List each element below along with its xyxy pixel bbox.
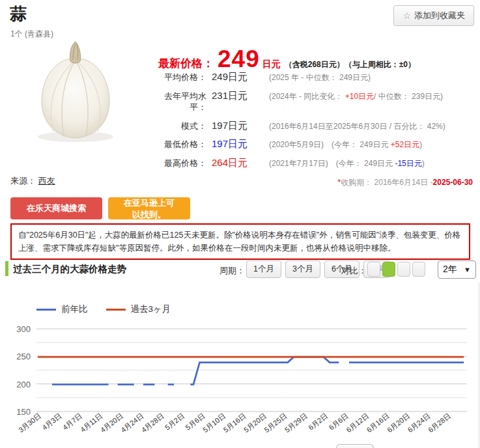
- price-chart: 1502002503003月30日4月3日4月7日4月11日4月20日4月24日…: [0, 319, 480, 448]
- legend-line-swatch: [106, 309, 126, 311]
- purchase-period-label: 收购期：: [341, 178, 372, 187]
- legend-label: 過去3ヶ月: [131, 303, 171, 315]
- rakuten-search-button[interactable]: 在乐天商城搜索: [10, 197, 102, 219]
- purchase-period-end: 2025-06-30: [433, 178, 473, 187]
- svg-text:300: 300: [16, 324, 31, 334]
- price-row-value: 249日元: [212, 70, 264, 83]
- svg-text:6月28日: 6月28日: [427, 412, 452, 434]
- amazon-find-button[interactable]: 在亚马逊上可以找到。: [108, 197, 190, 219]
- price-row-note: (2021年7月17日) (今年： 249日元 -15日元): [269, 159, 477, 169]
- legend-item: 過去3ヶ月: [106, 303, 171, 315]
- page-title: 蒜: [10, 3, 27, 25]
- svg-text:4月20日: 4月20日: [99, 412, 124, 434]
- price-row-label: 最低价格：: [158, 139, 206, 150]
- period-label: 周期：: [219, 265, 245, 277]
- latest-price-label: 最新价格：: [158, 56, 214, 71]
- range-select-value: 2年: [443, 264, 457, 275]
- price-row-note: (2016年6月14日至2025年6月30日 / 百分比： 42%): [269, 122, 477, 132]
- price-rows: 平均价格：249日元(2025 年 - 中位数： 249日元)去年平均水平：23…: [158, 70, 477, 169]
- star-outline-icon: ☆: [402, 10, 411, 21]
- svg-text:4月3日: 4月3日: [40, 412, 63, 432]
- add-to-favorites-button[interactable]: ☆ 添加到收藏夹: [393, 5, 474, 26]
- section-marker-bar: [5, 261, 8, 276]
- product-image-garlic: [18, 38, 132, 145]
- compare-boxes: [367, 262, 425, 277]
- svg-text:6月12日: 6月12日: [345, 412, 370, 434]
- svg-text:6月20日: 6月20日: [386, 412, 411, 434]
- source-row: 来源： 西友: [10, 175, 55, 187]
- svg-text:6月2日: 6月2日: [307, 412, 329, 432]
- compare-checkbox[interactable]: [412, 262, 425, 277]
- compare-checkbox[interactable]: [382, 262, 395, 277]
- price-row-label: 最高价格：: [158, 158, 206, 169]
- price-row-value: 197日元: [212, 137, 264, 150]
- price-row-label: 模式：: [158, 120, 206, 132]
- latest-price-tax-note: （含税268日元）: [285, 59, 345, 70]
- compare-checkbox[interactable]: [397, 262, 410, 277]
- svg-text:6月16日: 6月16日: [365, 412, 391, 434]
- latest-price-unit: 日元: [262, 59, 281, 70]
- legend-label: 前年比: [61, 303, 88, 315]
- range-select-dropdown[interactable]: 2年 ▼: [438, 260, 476, 279]
- add-to-favorites-label: 添加到收藏夹: [414, 10, 465, 21]
- price-row-value: 264日元: [212, 156, 264, 169]
- price-row-note: (2025 年 - 中位数： 249日元): [269, 73, 477, 83]
- price-row-note: (2024年 - 同比变化： +10日元/ 中位数： 239日元): [269, 92, 477, 102]
- compare-checkbox[interactable]: [367, 262, 380, 277]
- svg-text:200: 200: [16, 380, 31, 389]
- price-update-notice: 自"2025年6月30日"起，大蒜的最新价格已125天未更新。除"价格说明本身存…: [10, 223, 470, 260]
- purchase-period-range: 2016年6月14日 -: [374, 178, 433, 187]
- svg-text:5月16日: 5月16日: [222, 412, 247, 434]
- svg-text:5月20日: 5月20日: [242, 412, 268, 434]
- latest-price-row: 最新价格： 249 日元 （含税268日元） （与上周相比：±0）: [158, 46, 416, 73]
- chart-section-title: 过去三个月的大蒜价格走势: [13, 263, 126, 275]
- source-label: 来源：: [10, 176, 36, 186]
- price-row-label: 去年平均水平：: [158, 91, 206, 113]
- latest-price-value: 249: [218, 46, 260, 73]
- price-row-value: 197日元: [212, 119, 264, 132]
- chevron-down-icon: ▼: [464, 266, 471, 273]
- period-button[interactable]: 3个月: [285, 260, 320, 278]
- svg-text:250: 250: [16, 352, 31, 361]
- source-link[interactable]: 西友: [38, 176, 55, 186]
- svg-text:6月24日: 6月24日: [406, 412, 432, 434]
- price-chart-svg: 1502002503003月30日4月3日4月7日4月11日4月20日4月24日…: [0, 319, 480, 448]
- svg-text:5月2日: 5月2日: [163, 412, 186, 432]
- price-row-label: 平均价格：: [158, 72, 206, 83]
- compare-label: 对比：: [341, 265, 367, 277]
- chart-legend: 前年比過去3ヶ月: [36, 303, 171, 315]
- price-row-value: 231日元: [212, 89, 264, 102]
- svg-text:4月28日: 4月28日: [140, 412, 165, 434]
- legend-line-swatch: [36, 309, 56, 311]
- partial-button[interactable]: [336, 444, 374, 448]
- svg-text:4月24日: 4月24日: [119, 412, 145, 434]
- latest-price-week-note: （与上周相比：±0）: [345, 59, 416, 70]
- svg-text:150: 150: [16, 407, 31, 417]
- purchase-period: *收购期： 2016年6月14日 -2025-06-30: [338, 177, 473, 188]
- svg-text:5月29日: 5月29日: [283, 412, 309, 434]
- svg-text:5月10日: 5月10日: [201, 412, 227, 434]
- period-button[interactable]: 1个月: [246, 260, 281, 278]
- svg-text:5月25日: 5月25日: [262, 412, 288, 434]
- price-row-note: (2020年5月9日) (今年： 249日元 +52日元): [269, 140, 477, 150]
- legend-item: 前年比: [36, 303, 88, 315]
